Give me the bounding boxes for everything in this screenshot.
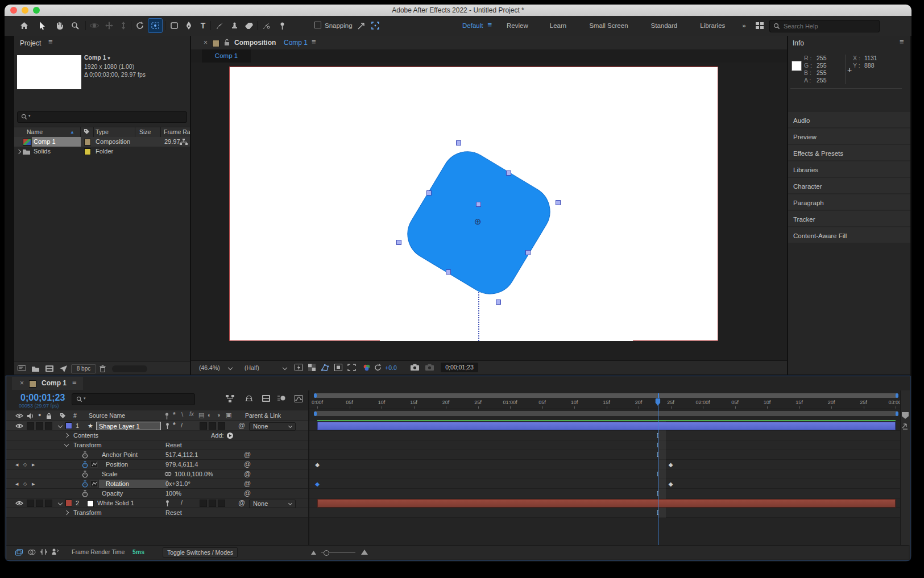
opacity-label[interactable]: Opacity: [102, 489, 123, 498]
toggle-render-time-icon[interactable]: [52, 548, 59, 555]
channel-icon[interactable]: [363, 364, 371, 371]
new-folder-icon[interactable]: [32, 366, 39, 372]
transform-reset-link[interactable]: Reset: [165, 440, 182, 450]
region-of-interest-icon[interactable]: [347, 364, 356, 371]
selection-handle[interactable]: [556, 200, 561, 205]
pan-camera-tool-icon[interactable]: [102, 19, 116, 32]
property-row-transform[interactable]: Transform Reset: [6, 440, 308, 450]
stopwatch-icon[interactable]: [82, 471, 88, 478]
work-area-start-handle[interactable]: [314, 411, 317, 416]
navigator-end-handle[interactable]: [896, 393, 898, 398]
home-tool-icon[interactable]: [17, 19, 31, 32]
toggle-switches-modes-button[interactable]: Toggle Switches / Modes: [163, 547, 238, 558]
show-snapshot-icon[interactable]: [425, 364, 434, 371]
collapse-transformations-icon[interactable]: *: [173, 411, 176, 419]
pickwhip-icon[interactable]: @: [244, 489, 251, 498]
timeline-zoom-slider-knob[interactable]: [324, 550, 329, 556]
composition-panel-menu-icon[interactable]: ≡: [312, 39, 316, 45]
lock-column-icon[interactable]: [46, 413, 52, 419]
column-size[interactable]: Size: [139, 127, 151, 137]
frame-blend-switch-icon[interactable]: ▤: [198, 411, 204, 419]
selection-handle[interactable]: [456, 140, 461, 145]
exposure-value[interactable]: +0.0: [385, 364, 397, 371]
shy-switch[interactable]: [165, 500, 170, 506]
project-item-name[interactable]: Solids: [34, 147, 51, 156]
help-search-box[interactable]: [769, 20, 880, 32]
solo-cell[interactable]: [36, 500, 43, 507]
time-navigator-bar[interactable]: [314, 393, 898, 398]
workspace-grid-icon[interactable]: [753, 19, 766, 32]
navigator-start-handle[interactable]: [314, 393, 317, 398]
selection-handle[interactable]: [506, 171, 511, 176]
keyframe-diamond[interactable]: ◆: [315, 460, 320, 469]
workspace-standard[interactable]: Standard: [651, 22, 678, 29]
selection-handle[interactable]: [525, 250, 531, 255]
property-row-contents[interactable]: Contents Add:: [6, 431, 308, 440]
shy-switch[interactable]: [165, 423, 170, 429]
rotation-tool-icon[interactable]: [133, 19, 147, 32]
solo-cell[interactable]: [36, 422, 43, 430]
lock-cell[interactable]: [45, 500, 52, 507]
collapse-transform-icon[interactable]: [64, 442, 69, 447]
timeline-zoom-slider-track[interactable]: [321, 552, 355, 553]
work-area-end-handle[interactable]: [896, 411, 898, 416]
rectangle-tool-icon[interactable]: [167, 19, 181, 32]
composition-canvas[interactable]: ⊕: [229, 66, 718, 341]
selection-tool-icon[interactable]: [35, 19, 49, 32]
snap-bounds-icon[interactable]: [368, 19, 382, 32]
magnification-dropdown[interactable]: (46.4%): [199, 364, 220, 371]
shy-switch-icon[interactable]: [164, 413, 169, 419]
property-row-scale[interactable]: Scale 100.0,100.0% @: [6, 469, 308, 479]
pickwhip-icon[interactable]: @: [244, 469, 251, 479]
toggle-layer-switches-icon[interactable]: [15, 549, 23, 556]
new-composition-icon[interactable]: [45, 365, 53, 372]
fast-previews-icon[interactable]: [295, 364, 303, 371]
constrain-link-icon[interactable]: [164, 472, 172, 476]
column-parent-link[interactable]: Parent & Link: [245, 411, 281, 421]
bit-depth-button[interactable]: 8 bpc: [71, 364, 96, 373]
hand-tool-icon[interactable]: [52, 19, 66, 32]
layer-name[interactable]: White Solid 1: [97, 498, 134, 508]
reset-exposure-icon[interactable]: [374, 364, 382, 371]
stopwatch-icon-active[interactable]: [82, 461, 88, 468]
stopwatch-icon-active[interactable]: [82, 480, 88, 488]
expand-transform-icon[interactable]: [64, 510, 69, 515]
label-color-swatch[interactable]: [84, 148, 91, 155]
next-keyframe-icon[interactable]: ▶: [32, 460, 35, 469]
work-area-bar[interactable]: [314, 411, 898, 416]
eye-icon[interactable]: [15, 423, 23, 429]
graph-toggle-icon[interactable]: [90, 461, 98, 468]
previous-keyframe-icon[interactable]: ◀: [15, 479, 18, 489]
stopwatch-icon[interactable]: [82, 451, 88, 459]
clone-stamp-tool-icon[interactable]: [227, 19, 241, 32]
workspace-default[interactable]: Default: [462, 22, 483, 29]
expand-folder-icon[interactable]: [16, 149, 21, 154]
contents-label[interactable]: Contents: [73, 431, 98, 440]
selection-handle[interactable]: [426, 190, 432, 196]
column-source-name[interactable]: Source Name: [89, 411, 125, 421]
anchor-point-label[interactable]: Anchor Point: [102, 450, 138, 460]
transform-label[interactable]: Transform: [73, 508, 102, 518]
sidebar-panel-character[interactable]: Character: [793, 183, 822, 190]
quality-switch[interactable]: /: [181, 422, 183, 429]
sort-ascending-icon[interactable]: ▲: [70, 127, 74, 137]
lock-cell[interactable]: [45, 422, 52, 430]
motion-blur-icon[interactable]: [277, 395, 285, 401]
shape-path-point[interactable]: [476, 202, 481, 207]
mask-visibility-icon[interactable]: [321, 364, 329, 371]
property-row-opacity[interactable]: Opacity 100% @: [6, 489, 308, 498]
parent-pickwhip-icon[interactable]: @: [238, 498, 245, 508]
delete-trash-icon[interactable]: [100, 365, 106, 372]
close-panel-icon[interactable]: ×: [204, 39, 208, 47]
timeline-search-box[interactable]: ▾: [72, 393, 195, 405]
add-keyframe-icon[interactable]: ◇: [23, 479, 27, 489]
keyframe-diamond[interactable]: ◆: [669, 460, 673, 469]
toggle-transfer-controls-icon[interactable]: [28, 549, 36, 555]
position-value[interactable]: 979.4,611.4: [165, 460, 198, 469]
parent-pickwhip-icon[interactable]: @: [238, 421, 245, 431]
workspace-small-screen[interactable]: Small Screen: [589, 22, 628, 29]
zoom-out-timeline-icon[interactable]: [311, 551, 316, 555]
shy-layers-icon[interactable]: [245, 395, 253, 402]
workspace-menu-icon[interactable]: ≡: [487, 22, 492, 29]
layer-row-shape-layer-1[interactable]: 1 ★ Shape Layer 1 * / @ None: [6, 421, 308, 431]
